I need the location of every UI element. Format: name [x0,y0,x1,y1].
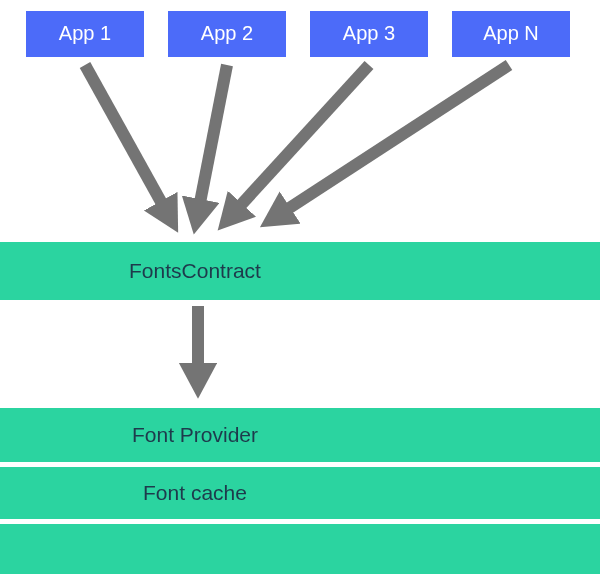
font-cache-label: Font cache [143,481,247,504]
bottom-band [0,524,600,574]
arrow-appn [274,65,509,218]
fonts-contract-layer: FontsContract [0,242,600,300]
arrow-app2 [197,65,227,218]
app-label: App N [483,22,539,44]
apps-row: App 1 App 2 App 3 App N [26,11,570,57]
app-box-2: App 2 [168,11,286,57]
arrows-apps-to-contract [85,65,509,218]
svg-rect-7 [0,408,600,462]
app-box-n: App N [452,11,570,57]
font-provider-layer: Font Provider [0,408,600,462]
app-label: App 3 [343,22,395,44]
svg-rect-5 [0,242,600,300]
app-label: App 2 [201,22,253,44]
svg-rect-8 [0,467,600,519]
app-box-3: App 3 [310,11,428,57]
font-provider-label: Font Provider [132,423,258,446]
app-label: App 1 [59,22,111,44]
font-provider-diagram: App 1 App 2 App 3 App N FontsContract Fo… [0,0,600,574]
font-cache-layer: Font cache [0,467,600,519]
arrow-app1 [85,65,170,218]
fonts-contract-label: FontsContract [129,259,261,282]
app-box-1: App 1 [26,11,144,57]
